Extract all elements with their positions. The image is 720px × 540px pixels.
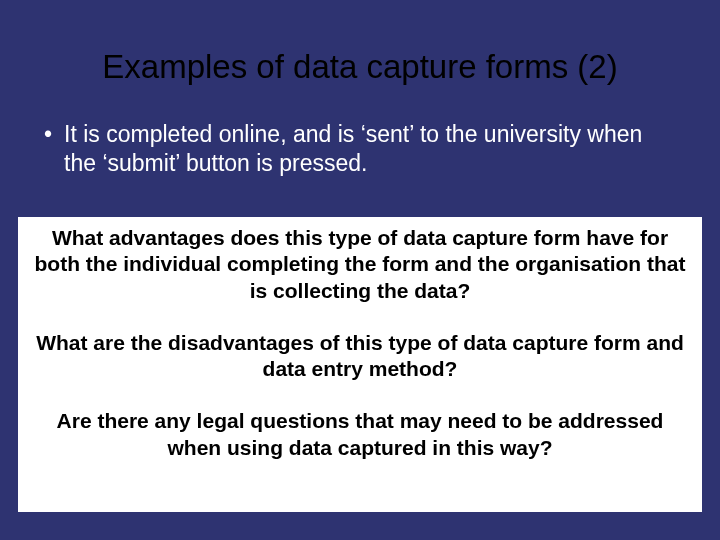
slide: Examples of data capture forms (2) • It … <box>0 0 720 540</box>
bullet-marker: • <box>44 120 52 149</box>
question-box: What advantages does this type of data c… <box>18 217 702 512</box>
bullet-list: • It is completed online, and is ‘sent’ … <box>0 86 720 178</box>
question-1: What advantages does this type of data c… <box>34 225 686 304</box>
bullet-text: It is completed online, and is ‘sent’ to… <box>64 120 670 178</box>
question-3: Are there any legal questions that may n… <box>34 408 686 461</box>
slide-title: Examples of data capture forms (2) <box>0 0 720 86</box>
bullet-item: • It is completed online, and is ‘sent’ … <box>50 120 670 178</box>
question-2: What are the disadvantages of this type … <box>34 330 686 383</box>
